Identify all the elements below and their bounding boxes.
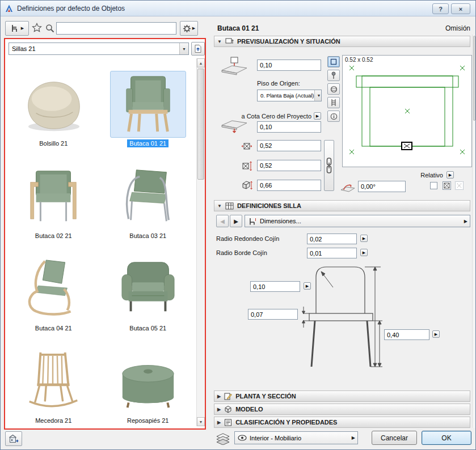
dimensions-page-icon xyxy=(248,217,256,226)
library-item[interactable]: Reposapiés 21 xyxy=(101,336,196,426)
help-button[interactable]: ? xyxy=(432,3,449,14)
section-plan-header[interactable]: ▶ PLANTA Y SECCIÓN xyxy=(214,390,470,402)
library-panel: Sillas 21 ▼ Bolsillo 21Butaca 01 21Butac… xyxy=(4,38,206,430)
library-options-button[interactable] xyxy=(5,431,22,446)
info-button[interactable] xyxy=(327,111,340,122)
plan-view-button[interactable] xyxy=(327,56,340,67)
layer-select-value: Interior - Mobiliario xyxy=(250,435,301,441)
3d-view-button[interactable] xyxy=(327,83,340,95)
plan-preview-drawing xyxy=(343,56,471,167)
window-title: Definiciones por defecto de Objetos xyxy=(17,5,125,12)
plan-view-icon xyxy=(330,58,337,65)
diagram-seat-height-field[interactable] xyxy=(384,329,429,340)
dim-b-field[interactable] xyxy=(257,160,321,171)
next-page-button[interactable]: ▶ xyxy=(230,215,242,227)
library-item-label: Butaca 04 21 xyxy=(33,324,74,332)
bottom-offset-icon xyxy=(220,117,249,134)
home-story-select[interactable]: 0. Planta Baja (Actual) ▼ xyxy=(257,90,322,101)
object-browser-button[interactable]: ▶ xyxy=(5,21,29,36)
dim-a-field[interactable] xyxy=(257,140,321,151)
section-chair-header[interactable]: ▼ DEFINICIONES SILLA xyxy=(214,200,470,211)
model-icon xyxy=(224,405,232,413)
collapse-arrow-icon: ▼ xyxy=(217,39,222,44)
load-library-part-button[interactable] xyxy=(191,42,205,56)
param-label: Radio Borde Cojín xyxy=(216,249,267,256)
dropdown-arrow-icon: ▶ xyxy=(21,26,24,31)
hotspot-box-icon[interactable] xyxy=(443,181,451,190)
preview-window[interactable]: 0.52 x 0.52 xyxy=(342,55,472,167)
scrollbar-thumb[interactable] xyxy=(197,69,204,180)
plan-section-icon xyxy=(224,393,232,400)
elevation-view-button[interactable] xyxy=(327,70,340,81)
section-model-header[interactable]: ▶ MODELO xyxy=(214,404,470,415)
param-menu-button[interactable]: ▶ xyxy=(360,249,368,256)
param-menu-button[interactable]: ▶ xyxy=(360,235,368,242)
layer-select[interactable]: Interior - Mobiliario ▶ xyxy=(234,431,358,444)
expand-arrow-icon: ▶ xyxy=(217,420,221,425)
section-classification-header[interactable]: ▶ CLASIFICACIÓN Y PROPIEDADES xyxy=(214,417,470,428)
title-bar[interactable]: Definiciones por defecto de Objetos ? × xyxy=(1,1,475,16)
library-item[interactable]: Butaca 03 21 xyxy=(101,151,196,243)
library-scrollbar[interactable]: ▲ ▼ xyxy=(196,58,205,426)
scroll-down-icon[interactable]: ▼ xyxy=(197,417,205,426)
mirror-checkbox[interactable] xyxy=(430,182,437,189)
diagram-radius-field[interactable] xyxy=(250,281,300,292)
section-title: PREVISUALIZACIÓN Y SITUACIÓN xyxy=(237,38,340,45)
param-menu-button[interactable]: ▶ xyxy=(432,330,440,338)
scroll-up-icon[interactable]: ▲ xyxy=(197,58,205,67)
bottom-offset-field[interactable] xyxy=(257,121,321,133)
ladder-icon xyxy=(330,99,337,107)
chevron-down-icon: ▼ xyxy=(179,43,188,54)
building-icon xyxy=(9,434,19,444)
top-offset-field[interactable] xyxy=(257,60,321,71)
collapse-arrow-icon: ▼ xyxy=(217,203,222,209)
search-input[interactable] xyxy=(56,22,176,35)
sphere-icon xyxy=(330,86,338,93)
page-select-value: Dimensiones... xyxy=(260,218,301,224)
settings-button[interactable]: ▶ xyxy=(180,21,198,36)
diagram-seat-thickness-field[interactable] xyxy=(248,309,298,320)
link-dimensions-button[interactable] xyxy=(324,140,334,191)
rotation-angle-field[interactable] xyxy=(358,181,406,192)
cancel-button[interactable]: Cancelar xyxy=(372,431,417,445)
hotspot-free-icon[interactable] xyxy=(455,181,464,190)
menu-arrow-icon: ▶ xyxy=(352,435,355,440)
param-field-radio-redondeo[interactable] xyxy=(307,234,357,244)
scrollbar-thumb[interactable] xyxy=(473,36,475,121)
pouf-icon xyxy=(110,348,186,415)
ok-button[interactable]: OK xyxy=(422,431,471,445)
chain-icon xyxy=(326,157,332,174)
library-item[interactable]: Butaca 02 21 xyxy=(6,151,101,243)
gear-icon xyxy=(183,24,191,33)
param-field-radio-borde[interactable] xyxy=(307,248,357,258)
cantilever-chair-icon xyxy=(15,256,91,322)
section-preview-header[interactable]: ▼ PREVISUALIZACIÓN Y SITUACIÓN xyxy=(214,36,470,47)
library-item[interactable]: Butaca 05 21 xyxy=(101,243,196,336)
layers-icon[interactable] xyxy=(215,432,231,445)
param-label: Radio Redondeo Cojín xyxy=(216,235,279,242)
armchair-05-icon xyxy=(110,256,186,322)
width-dimension-icon xyxy=(241,141,252,151)
prev-page-button[interactable]: ◀ xyxy=(216,215,229,227)
folder-select-value: Sillas 21 xyxy=(12,45,36,52)
library-item[interactable]: Mecedora 21 xyxy=(6,336,101,426)
folder-select[interactable]: Sillas 21 ▼ xyxy=(9,43,189,55)
dim-c-field[interactable] xyxy=(257,180,321,191)
object-settings-dialog: Definiciones por defecto de Objetos ? × … xyxy=(0,0,476,450)
section-view-button[interactable] xyxy=(327,97,340,108)
page-select[interactable]: Dimensiones... ▶ xyxy=(245,215,470,227)
library-item[interactable]: Butaca 01 21 xyxy=(101,58,196,151)
project-zero-menu-button[interactable]: ▶ xyxy=(314,112,321,120)
close-button[interactable]: × xyxy=(451,3,470,14)
library-item-label: Reposapiés 21 xyxy=(125,417,171,424)
favorites-button[interactable] xyxy=(32,23,42,33)
preview-section-icon xyxy=(225,38,234,45)
library-item[interactable]: Butaca 04 21 xyxy=(6,243,101,336)
menu-arrow-icon: ▶ xyxy=(363,236,365,241)
panel-scrollbar[interactable] xyxy=(472,35,476,428)
section-title: CLASIFICACIÓN Y PROPIEDADES xyxy=(235,419,337,426)
search-icon xyxy=(45,24,54,33)
menu-arrow-icon: ▶ xyxy=(435,332,437,337)
relative-menu-button[interactable]: ▶ xyxy=(446,171,454,179)
library-item[interactable]: Bolsillo 21 xyxy=(6,58,101,151)
